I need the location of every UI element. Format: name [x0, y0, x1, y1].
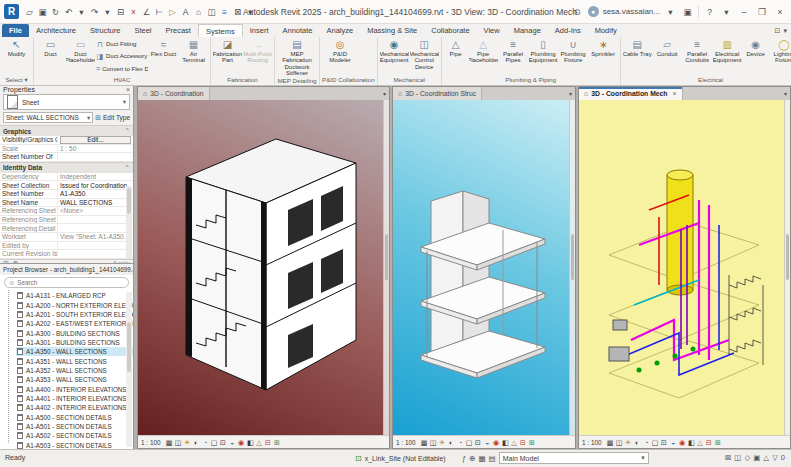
rendering-icon[interactable]: ◔ — [201, 438, 210, 447]
lighting-fixture-button[interactable]: ◯ Lighting Fixture — [770, 38, 791, 75]
sheet-item[interactable]: A1-A202 - EAST/WEST EXTERIOR ELEVAT — [16, 319, 133, 328]
vertical-scrollbar[interactable] — [383, 100, 389, 435]
panel-label-hvac[interactable]: HVAC — [34, 75, 210, 85]
delete-icon[interactable]: × — [127, 5, 140, 19]
crop-region-icon[interactable]: ⊡ — [660, 438, 669, 447]
tab-modify[interactable]: Modify — [588, 24, 624, 37]
sprinkler-button[interactable]: ∗ Sprinkler — [589, 38, 618, 75]
property-row[interactable]: Sheet Collection Issued for Coordination — [0, 181, 133, 190]
minimize-button[interactable]: – — [737, 7, 751, 17]
sheet-item[interactable]: A1-A201 - SOUTH EXTERIOR ELEVATION — [16, 310, 133, 319]
sync-with-central-icon[interactable]: ↻ — [49, 5, 62, 19]
temporary-hide-isolate-icon[interactable]: ◒ — [228, 438, 237, 447]
panel-label-electrical[interactable]: Electrical — [621, 75, 791, 85]
reveal-hidden-elements-icon[interactable]: ◉ — [237, 438, 246, 447]
crop-view-icon[interactable]: ▢ — [465, 438, 474, 447]
view-tab-coordination-mech[interactable]: ⌂ 3D - Coordination Mech × — [579, 87, 683, 100]
view-tab-coordination-struc[interactable]: ⌂ 3D - Coordination Struc — [393, 87, 482, 100]
fabrication-part-button[interactable]: ◪ Fabrication Part — [213, 38, 242, 75]
sheet-item[interactable]: A1-A352 - WALL SECTIONS — [16, 366, 133, 375]
browser-search-box[interactable]: ⊙ — [4, 277, 129, 288]
shadows-icon[interactable]: ◐ — [192, 438, 201, 447]
panel-label-mechanical[interactable]: Mechanical — [378, 75, 441, 85]
tab-list-caret-icon[interactable]: ▾ — [781, 87, 790, 100]
sheet-item[interactable]: A1-A200 - NORTH EXTERIOR ELEVATION — [16, 300, 133, 309]
crop-view-icon[interactable]: ▢ — [210, 438, 219, 447]
sheet-item[interactable]: A1-A401 - INTERIOR ELEVATIONS — [16, 394, 133, 403]
parallel-conduits-button[interactable]: ≡ Parallel Conduits — [683, 38, 712, 75]
properties-close-icon[interactable]: × — [126, 86, 130, 93]
sheet-item[interactable]: A1-A300 - BUILDING SECTIONS — [16, 328, 133, 337]
collapse-icon[interactable]: ⌃ — [125, 164, 130, 172]
select-by-face-icon[interactable]: ▣ — [753, 453, 760, 462]
analytical-model-icon[interactable]: △ — [696, 438, 705, 447]
view-canvas-coordination-mech[interactable] — [579, 100, 790, 435]
undo-caret-icon[interactable]: ▾ — [75, 5, 88, 19]
pid-modeler-button[interactable]: ◎ P&ID Modeler — [322, 38, 358, 75]
sheet-item[interactable]: A1-A500 - SECTION DETAILS — [16, 412, 133, 421]
graphics-section-header[interactable]: Graphics ⌃ — [0, 125, 133, 136]
close-view-icon[interactable]: × — [673, 90, 677, 97]
temporary-view-properties-icon[interactable]: ◧ — [687, 438, 696, 447]
aligned-dimension-icon[interactable]: ⊢ — [153, 5, 166, 19]
selection-box-icon[interactable]: ⊡ — [775, 27, 781, 35]
reveal-constraints-icon[interactable]: ⊟ — [705, 438, 714, 447]
visual-style-icon[interactable]: ◫ — [615, 438, 624, 447]
temporary-view-properties-icon[interactable]: ◧ — [246, 438, 255, 447]
shadows-icon[interactable]: ◐ — [633, 438, 642, 447]
plumbing-equipment-button[interactable]: ▯ Plumbing Equipment — [529, 38, 558, 75]
select-underlay-icon[interactable]: ◫ — [734, 453, 741, 462]
tab-insert[interactable]: Insert — [243, 24, 276, 37]
design-options-dialog-icon[interactable]: ▤ — [489, 454, 496, 463]
ribbon-state-caret-icon[interactable]: ▾ — [783, 27, 787, 35]
sheet-item[interactable]: A1-A400 - INTERIOR ELEVATIONS — [16, 384, 133, 393]
duct-placeholder-button[interactable]: ▭ Duct Placeholder — [66, 38, 95, 75]
design-options-icon[interactable]: ▦ — [478, 454, 485, 463]
conduit-button[interactable]: ▱ Conduit — [653, 38, 682, 75]
tab-structure[interactable]: Structure — [83, 24, 127, 37]
convert-to-flex-duct-button[interactable]: ≈ Convert to Flex Duct — [96, 63, 148, 74]
reveal-constraints-icon[interactable]: ⊟ — [264, 438, 273, 447]
print-icon[interactable]: ⊟ — [114, 5, 127, 19]
visual-style-icon[interactable]: ◫ — [429, 438, 438, 447]
panel-label-select[interactable]: Select ▾ — [0, 75, 33, 85]
tab-file[interactable]: File — [2, 24, 29, 37]
app-store-icon[interactable]: ▣ — [681, 5, 694, 19]
crop-region-icon[interactable]: ⊡ — [219, 438, 228, 447]
property-row[interactable]: Sheet Number Of — [0, 153, 133, 162]
scale-button[interactable]: 1 : 100 — [141, 439, 161, 446]
sheet-item[interactable]: A1-A301 - BUILDING SECTIONS — [16, 338, 133, 347]
sun-path-icon[interactable]: ☀ — [183, 438, 192, 447]
rendering-icon[interactable]: ◔ — [456, 438, 465, 447]
detail-level-icon[interactable]: ▦ — [606, 438, 615, 447]
property-row[interactable]: Dependency Independent — [0, 173, 133, 182]
property-row[interactable]: Sheet Name WALL SECTIONS — [0, 199, 133, 208]
shadows-icon[interactable]: ◐ — [447, 438, 456, 447]
undo-icon[interactable]: ↶ — [62, 5, 75, 19]
plumbing-fixture-button[interactable]: ∪ Plumbing Fixture — [559, 38, 588, 75]
tab-view[interactable]: View — [477, 24, 507, 37]
tab-list-caret-icon[interactable]: ▾ — [566, 87, 575, 100]
mechanical-equipment-button[interactable]: ◉ Mechanical Equipment — [380, 38, 409, 75]
analytical-model-icon[interactable]: △ — [255, 438, 264, 447]
scale-button[interactable]: 1 : 100 — [582, 439, 602, 446]
panel-label-plumbing[interactable]: Plumbing & Piping — [442, 75, 620, 85]
property-row[interactable]: Workset View "Sheet: A1-A350... — [0, 233, 133, 242]
redo-caret-icon[interactable]: ▾ — [101, 5, 114, 19]
sheet-item[interactable]: A1-A353 - WALL SECTIONS — [16, 375, 133, 384]
property-row[interactable]: Scale 1 : 50 — [0, 145, 133, 154]
tab-add-ins[interactable]: Add-Ins — [548, 24, 588, 37]
tab-collaborate[interactable]: Collaborate — [424, 24, 476, 37]
property-row[interactable]: Referencing Sheet — [0, 216, 133, 225]
visual-style-icon[interactable]: ◫ — [174, 438, 183, 447]
reveal-hidden-elements-icon[interactable]: ◉ — [492, 438, 501, 447]
select-links-icon[interactable]: ⊠ — [725, 453, 731, 462]
air-terminal-button[interactable]: ▦ Air Terminal — [179, 38, 208, 75]
cable-tray-button[interactable]: ▤ Cable Tray — [623, 38, 652, 75]
electrical-equipment-button[interactable]: ▥ Electrical Equipment — [713, 38, 742, 75]
property-row[interactable]: Edited by — [0, 242, 133, 251]
chevron-down-icon[interactable]: ▾ — [664, 5, 677, 19]
tab-steel[interactable]: Steel — [127, 24, 158, 37]
sun-path-icon[interactable]: ☀ — [624, 438, 633, 447]
text-icon[interactable]: A — [179, 5, 192, 19]
